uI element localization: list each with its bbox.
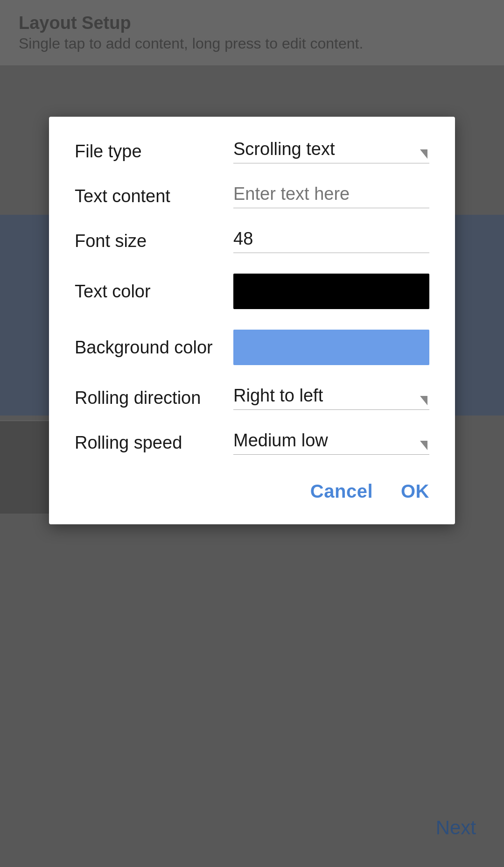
- rolling-speed-row: Rolling speed Medium low: [75, 430, 429, 455]
- file-type-label: File type: [75, 141, 233, 162]
- rolling-direction-row: Rolling direction Right to left: [75, 386, 429, 410]
- text-content-input[interactable]: [233, 184, 429, 208]
- rolling-direction-value[interactable]: Right to left: [233, 386, 429, 410]
- file-type-dropdown-text: Scrolling text: [233, 139, 429, 163]
- rolling-direction-label: Rolling direction: [75, 388, 233, 408]
- background-color-swatch[interactable]: [233, 330, 429, 365]
- text-color-row: Text color: [75, 274, 429, 309]
- next-button[interactable]: Next: [436, 817, 476, 839]
- text-content-input-wrapper[interactable]: [233, 184, 429, 208]
- font-size-input[interactable]: [233, 229, 429, 253]
- font-size-input-wrapper[interactable]: [233, 229, 429, 253]
- text-content-row: Text content: [75, 184, 429, 208]
- background-color-swatch-wrapper[interactable]: [233, 330, 429, 365]
- text-content-label: Text content: [75, 186, 233, 206]
- cancel-button[interactable]: Cancel: [310, 477, 373, 506]
- file-type-value[interactable]: Scrolling text: [233, 139, 429, 163]
- rolling-speed-label: Rolling speed: [75, 433, 233, 453]
- rolling-direction-chevron-icon: [420, 396, 427, 405]
- rolling-speed-chevron-icon: [420, 441, 427, 450]
- rolling-direction-dropdown-text: Right to left: [233, 386, 429, 410]
- rolling-speed-value[interactable]: Medium low: [233, 430, 429, 455]
- dialog-actions: Cancel OK: [75, 477, 429, 506]
- text-color-swatch[interactable]: [233, 274, 429, 309]
- file-type-chevron-icon: [420, 149, 427, 159]
- ok-button[interactable]: OK: [401, 477, 429, 506]
- background-color-row: Background color: [75, 330, 429, 365]
- font-size-label: Font size: [75, 231, 233, 251]
- rolling-speed-dropdown-text: Medium low: [233, 430, 429, 455]
- text-color-swatch-wrapper[interactable]: [233, 274, 429, 309]
- dialog: File type Scrolling text Text content Fo…: [49, 117, 455, 524]
- text-color-label: Text color: [75, 282, 233, 302]
- font-size-row: Font size: [75, 229, 429, 253]
- background-color-label: Background color: [75, 338, 233, 358]
- file-type-row: File type Scrolling text: [75, 139, 429, 163]
